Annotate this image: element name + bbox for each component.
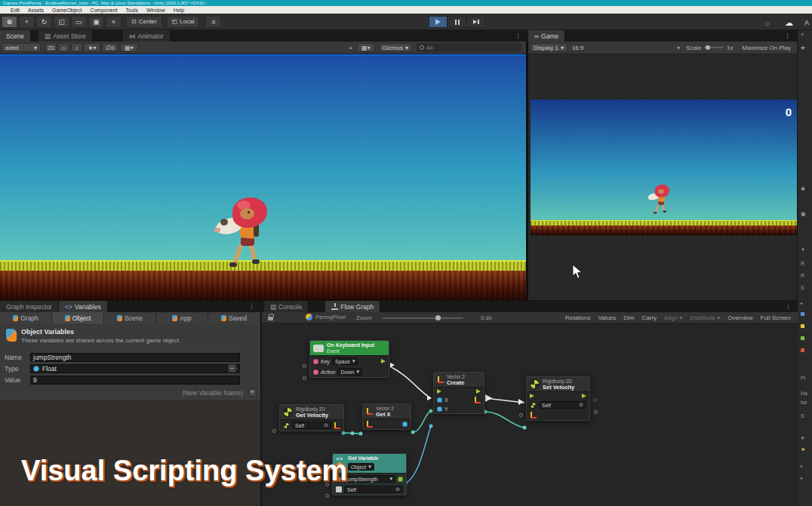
new-variable-input[interactable]: (New Variable Name): [182, 389, 243, 397]
carry-toggle[interactable]: Carry: [642, 314, 657, 321]
vector-in-port[interactable]: [530, 412, 537, 419]
pause-button[interactable]: [448, 16, 466, 28]
overview-button[interactable]: Overview: [727, 314, 752, 321]
graph-target[interactable]: PennyPixel: [306, 314, 346, 320]
key-dropdown[interactable]: Space▾: [332, 357, 358, 365]
rotate-tool-icon[interactable]: ↻: [36, 16, 52, 28]
tab-asset-store[interactable]: ▤ Asset Store: [38, 30, 93, 41]
hidden-objects-toggle[interactable]: ∅0: [102, 43, 118, 52]
menu-item-window[interactable]: Window: [146, 8, 165, 13]
custom-tool-icon[interactable]: ×: [106, 16, 121, 28]
self-outer-port[interactable]: [272, 429, 276, 433]
add-variable-button[interactable]: +: [248, 388, 257, 397]
dim-toggle[interactable]: Dim: [623, 314, 634, 321]
lighting-toggle-icon[interactable]: ☼: [58, 43, 69, 52]
transform-tool-icon[interactable]: ▣: [88, 16, 104, 28]
exec-in-arrow-icon[interactable]: [530, 394, 534, 398]
key-outer-port[interactable]: [303, 364, 306, 368]
relations-toggle[interactable]: Relations: [565, 314, 590, 321]
vector-in-port[interactable]: [366, 421, 373, 428]
zoom-slider[interactable]: [383, 317, 463, 319]
aspect-ratio-dropdown[interactable]: 16:9: [572, 44, 584, 51]
scope-tab-object[interactable]: Object: [52, 312, 104, 324]
self-field[interactable]: Self ⊙: [292, 422, 331, 429]
effects-dropdown[interactable]: ★▾: [84, 43, 100, 52]
scope-tab-app[interactable]: App: [156, 312, 208, 324]
pivot-local-button[interactable]: ◰ Local: [167, 16, 200, 28]
action-port[interactable]: [313, 370, 318, 375]
variable-scope-dropdown[interactable]: Object▾: [348, 463, 374, 471]
key-port[interactable]: [313, 359, 318, 364]
folder-foldout-icon[interactable]: ▸: [801, 463, 803, 468]
add-tab-icon[interactable]: +: [801, 44, 805, 52]
hand-tool-icon[interactable]: ⊛: [2, 16, 17, 28]
action-outer-port[interactable]: [303, 376, 306, 380]
vector-out-port[interactable]: [334, 422, 340, 429]
scene-viewport[interactable]: [0, 54, 526, 300]
tab-scene[interactable]: Scene: [0, 30, 31, 41]
maximize-on-play-toggle[interactable]: Maximize On Play: [743, 44, 791, 51]
self-field[interactable]: Self ⊙: [539, 401, 586, 409]
window-list-icon[interactable]: ≡: [801, 32, 804, 37]
variable-type-dropdown[interactable]: Float ▾: [30, 364, 240, 373]
exec-outer-port[interactable]: ▷: [594, 397, 598, 403]
menu-item-help[interactable]: Help: [174, 8, 184, 13]
camera-dropdown[interactable]: ▦▾: [357, 43, 375, 52]
tools-overlay-icon[interactable]: ×: [349, 44, 352, 51]
move-tool-icon[interactable]: +: [19, 16, 35, 28]
rect-tool-icon[interactable]: ▭: [71, 16, 87, 28]
node-vector2-create[interactable]: Vector 2 Create X Y: [433, 372, 484, 414]
x-in-port[interactable]: [437, 397, 442, 403]
game-menu-kebab-icon[interactable]: ⋮: [784, 32, 791, 41]
distribute-dropdown[interactable]: Distribute ▾: [690, 314, 720, 321]
tab-animator[interactable]: ⋈ Animator: [123, 30, 171, 41]
scope-tab-scene[interactable]: Scene: [104, 312, 156, 324]
game-viewport[interactable]: 0: [526, 54, 797, 300]
scene-menu-kebab-icon[interactable]: ⋮: [515, 32, 521, 41]
preferences-icon[interactable]: ☼: [764, 19, 770, 27]
step-button[interactable]: [466, 16, 485, 28]
gizmos-dropdown[interactable]: Gizmos ▾: [379, 43, 412, 52]
menu-item-edit[interactable]: Edit: [11, 8, 20, 13]
play-button[interactable]: [429, 16, 448, 28]
node-vector2-get-x[interactable]: Vector 2 Get X: [362, 403, 411, 430]
scale-slider-handle[interactable]: [706, 45, 710, 50]
tab-graph-inspector[interactable]: Graph Inspector: [0, 301, 59, 312]
scale-slider[interactable]: [704, 44, 724, 51]
menu-item-assets[interactable]: Assets: [28, 8, 44, 13]
exec-in-arrow-icon[interactable]: [437, 389, 441, 394]
tab-variables[interactable]: <> Variables: [59, 301, 108, 312]
exec-out-port[interactable]: [390, 363, 395, 367]
variable-value-input[interactable]: 9: [30, 376, 240, 385]
graph-kebab-icon[interactable]: ⋮: [785, 303, 792, 312]
display-dropdown[interactable]: Display 1 ▾: [530, 43, 567, 52]
node-get-velocity[interactable]: Rigidbody 2D Get Velocity Self ⊙: [279, 404, 344, 431]
node-set-velocity[interactable]: Rigidbody 2D Set Velocity Self ⊙ ▷: [526, 376, 590, 421]
expander-icon[interactable]: ▼: [801, 247, 805, 252]
exec-out-arrow-icon[interactable]: [476, 389, 481, 394]
node-on-keyboard-input[interactable]: On Keyboard Input Event Key Space▾ Actio…: [309, 340, 389, 378]
x-out-port[interactable]: [402, 422, 408, 427]
scale-tool-icon[interactable]: ◱: [54, 16, 69, 28]
menu-item-gameobject[interactable]: GameObject: [52, 8, 82, 13]
values-toggle[interactable]: Values: [598, 314, 616, 321]
favorites-star-icon[interactable]: ★: [801, 446, 805, 452]
align-dropdown[interactable]: Align ▾: [664, 314, 682, 321]
add-icon[interactable]: +: [801, 434, 804, 442]
self-outer-port[interactable]: [519, 413, 523, 417]
variable-name-dropdown[interactable]: jumpStrength▾: [343, 475, 395, 483]
snap-settings-icon[interactable]: ≡: [205, 16, 221, 28]
scope-tab-graph[interactable]: Graph: [0, 312, 52, 324]
player-character-sprite[interactable]: [220, 196, 269, 271]
audio-toggle-icon[interactable]: ♪: [71, 43, 82, 52]
variables-kebab-icon[interactable]: ⋮: [248, 303, 255, 312]
lock-icon[interactable]: [268, 317, 273, 320]
cloud-icon[interactable]: ☁: [785, 18, 793, 28]
remove-variable-button[interactable]: −: [228, 364, 236, 373]
scene-search-input[interactable]: All: [416, 43, 521, 52]
account-icon[interactable]: A: [804, 19, 809, 26]
grid-visibility-dropdown[interactable]: ▦▾: [120, 43, 138, 52]
variable-name-input[interactable]: jumpStrength: [30, 353, 240, 362]
fullscreen-button[interactable]: Full Screen: [761, 314, 791, 321]
foldout-icon[interactable]: ▸: [801, 300, 803, 305]
